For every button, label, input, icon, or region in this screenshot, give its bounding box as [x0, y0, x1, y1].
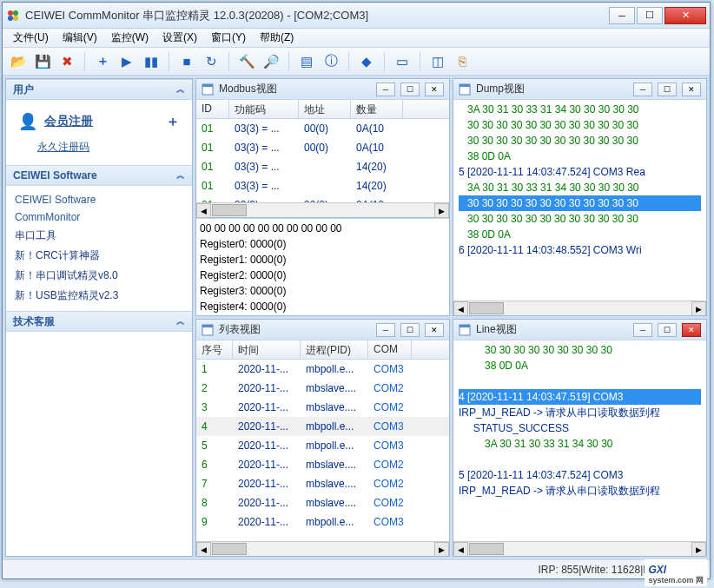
pane-max-button[interactable]: ☐: [658, 83, 677, 96]
svg-rect-5: [202, 84, 213, 87]
add-icon[interactable]: ＋: [92, 51, 113, 72]
view-icon: [202, 324, 214, 336]
menu-item[interactable]: 编辑(V): [56, 29, 104, 47]
column-header[interactable]: 地址: [299, 100, 351, 118]
pane-max-button[interactable]: ☐: [400, 323, 420, 337]
window-title: CEIWEI CommMonitor 串口监控精灵 12.0.3(20208) …: [25, 8, 609, 23]
book-icon[interactable]: ◆: [356, 51, 377, 72]
hscrollbar[interactable]: ◀▶: [196, 541, 449, 556]
line-title: Line视图: [476, 322, 628, 337]
hscrollbar[interactable]: ◀▶: [453, 301, 706, 315]
add-member-icon[interactable]: ＋: [166, 113, 180, 131]
tools-icon[interactable]: 🔨: [236, 51, 257, 72]
perm-reg-link[interactable]: 永久注册码: [15, 138, 183, 160]
software-link[interactable]: CommMonitor: [15, 208, 183, 226]
software-link[interactable]: 新！CRC计算神器: [15, 246, 183, 266]
delete-icon[interactable]: ✖: [56, 51, 77, 72]
table-row[interactable]: 72020-11-...mbslave....COM2: [196, 474, 449, 493]
modbus-pane: Modbus视图 ─ ☐ ✕ ID功能码地址数量 0103(3) = ...00…: [195, 78, 450, 316]
table-row[interactable]: 92020-11-...mbpoll.e...COM3: [196, 512, 449, 532]
exit-icon[interactable]: ⎘: [452, 51, 473, 72]
modbus-raw-area: 00 00 00 00 00 00 00 00 00 00Register0: …: [196, 218, 449, 315]
software-link[interactable]: CEIWEI Software: [15, 191, 183, 208]
pane-max-button[interactable]: ☐: [400, 83, 420, 96]
table-row[interactable]: 52020-11-...mbpoll.e...COM3: [196, 436, 449, 455]
layout-icon[interactable]: ◫: [427, 51, 448, 72]
pause-icon[interactable]: ▮▮: [141, 51, 162, 72]
column-header[interactable]: 进程(PID): [301, 340, 368, 359]
close-button[interactable]: ✕: [664, 7, 706, 24]
software-link[interactable]: 新！串口调试精灵v8.0: [15, 266, 183, 286]
menu-item[interactable]: 帮助(Z): [253, 29, 301, 47]
window-icon[interactable]: ▭: [392, 51, 413, 72]
properties-icon[interactable]: ▤: [296, 51, 317, 72]
software-link[interactable]: 串口工具: [15, 226, 183, 246]
dump-pane: Dump视图 ─ ☐ ✕ 3A 30 31 30 33 31 34 30 30 …: [453, 78, 707, 316]
table-row[interactable]: 32020-11-...mbslave....COM2: [196, 398, 449, 417]
minimize-button[interactable]: ─: [609, 7, 635, 24]
pane-close-button[interactable]: ✕: [425, 323, 444, 337]
titlebar: CEIWEI CommMonitor 串口监控精灵 12.0.3(20208) …: [3, 3, 710, 29]
pane-max-button[interactable]: ☐: [658, 323, 677, 337]
pane-min-button[interactable]: ─: [633, 83, 652, 96]
member-register-link[interactable]: 会员注册: [44, 114, 93, 129]
stop-icon[interactable]: ■: [176, 51, 197, 72]
menu-item[interactable]: 设置(X): [155, 29, 204, 47]
table-row[interactable]: 0103(3) = ...14(20): [196, 176, 449, 195]
sidebar-user-header[interactable]: 用户︽: [6, 79, 192, 100]
table-row[interactable]: 42020-11-...mbpoll.e...COM3: [196, 417, 449, 436]
sidebar-support-header[interactable]: 技术客服︽: [6, 311, 192, 332]
table-row[interactable]: 0103(3) = ...00(0)0A(10: [196, 195, 449, 202]
play-icon[interactable]: ▶: [116, 51, 137, 72]
table-row[interactable]: 0103(3) = ...14(20): [196, 157, 449, 176]
pane-min-button[interactable]: ─: [376, 323, 395, 337]
table-row[interactable]: 82020-11-...mbslave....COM2: [196, 493, 449, 512]
sidebar-software-header[interactable]: CEIWEI Software︽: [6, 165, 192, 186]
column-header[interactable]: 时间: [233, 340, 301, 359]
table-row[interactable]: 0103(3) = ...00(0)0A(10: [196, 119, 449, 138]
sidebar: 用户︽ 👤 会员注册 ＋ 永久注册码 CEIWEI Software︽ CEIW…: [5, 78, 193, 557]
watermark-logo: GXIsystem.com 网: [645, 559, 707, 586]
svg-rect-11: [459, 325, 470, 327]
svg-point-0: [8, 10, 13, 16]
refresh-icon[interactable]: ↻: [201, 51, 221, 72]
info-icon[interactable]: ⓘ: [321, 51, 341, 72]
pane-close-button[interactable]: ✕: [682, 323, 701, 337]
hscrollbar[interactable]: ◀▶: [453, 541, 706, 556]
pane-min-button[interactable]: ─: [376, 83, 395, 96]
pane-close-button[interactable]: ✕: [425, 83, 444, 96]
svg-rect-9: [202, 325, 213, 327]
dump-title: Dump视图: [476, 82, 628, 96]
modbus-title: Modbus视图: [219, 82, 371, 96]
column-header[interactable]: 序号: [196, 340, 233, 359]
toolbar: 📂 💾 ✖ ＋ ▶ ▮▮ ■ ↻ 🔨 🔎 ▤ ⓘ ◆ ▭ ◫ ⎘: [3, 48, 710, 76]
column-header[interactable]: 数量: [351, 100, 403, 118]
line-text-area: 30 30 30 30 30 30 30 30 30 38 0D 0A 4 [2…: [453, 340, 706, 541]
svg-rect-7: [459, 84, 470, 87]
column-header[interactable]: COM: [368, 340, 412, 359]
pane-close-button[interactable]: ✕: [682, 83, 701, 96]
column-header[interactable]: 功能码: [229, 100, 299, 118]
save-icon[interactable]: 💾: [32, 51, 53, 72]
list-pane: 列表视图 ─ ☐ ✕ 序号时间进程(PID)COM 12020-11-...mb…: [195, 319, 450, 557]
menu-item[interactable]: 监控(W): [104, 29, 155, 47]
menu-item[interactable]: 窗口(Y): [204, 29, 253, 47]
hscrollbar[interactable]: ◀▶: [196, 202, 449, 217]
table-row[interactable]: 12020-11-...mbpoll.e...COM3: [196, 360, 449, 379]
software-link[interactable]: 新！USB监控精灵v2.3: [15, 286, 183, 306]
dump-text-area: 3A 30 31 30 33 31 34 30 30 30 30 30 30 3…: [453, 100, 706, 301]
open-icon[interactable]: 📂: [8, 51, 29, 72]
pane-min-button[interactable]: ─: [633, 323, 652, 337]
table-row[interactable]: 0103(3) = ...00(0)0A(10: [196, 138, 449, 157]
member-register-row: 👤 会员注册 ＋: [15, 105, 183, 138]
line-pane: Line视图 ─ ☐ ✕ 30 30 30 30 30 30 30 30 30 …: [453, 319, 707, 557]
chevron-up-icon: ︽: [176, 315, 185, 327]
menu-item[interactable]: 文件(U): [6, 29, 56, 47]
table-row[interactable]: 62020-11-...mbslave....COM2: [196, 455, 449, 474]
app-icon: [6, 9, 20, 23]
maximize-button[interactable]: ☐: [637, 7, 663, 24]
table-row[interactable]: 22020-11-...mbslave....COM2: [196, 379, 449, 398]
find-icon[interactable]: 🔎: [261, 51, 281, 72]
chevron-up-icon: ︽: [176, 83, 185, 96]
column-header[interactable]: ID: [196, 100, 229, 118]
